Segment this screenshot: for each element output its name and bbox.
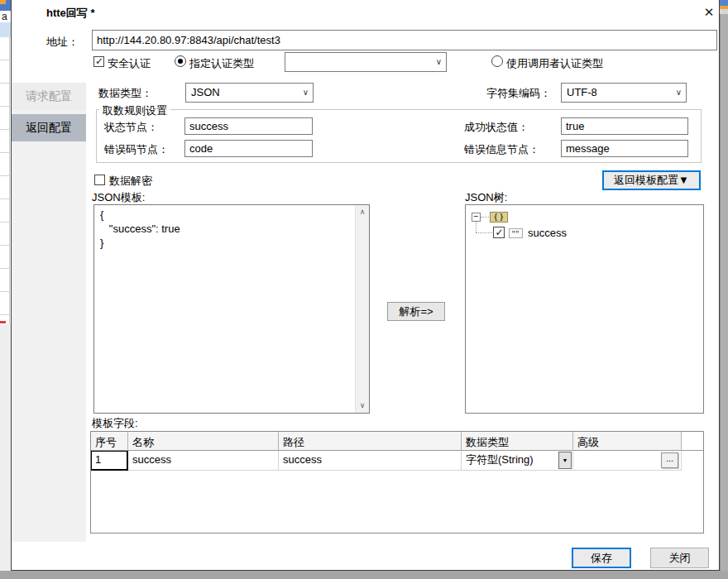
backdrop-text-row: a — [0, 11, 11, 22]
column-header-filler — [682, 432, 703, 451]
json-template-content[interactable]: { "success": true } — [94, 205, 355, 413]
template-fields-label: 模板字段: — [92, 416, 138, 431]
tree-connector — [476, 232, 492, 233]
close-button[interactable]: ✕ — [697, 2, 721, 23]
scroll-down-icon[interactable]: ∨ — [356, 399, 369, 413]
specify-auth-radio[interactable] — [175, 55, 186, 67]
ellipsis-icon: ... — [666, 456, 673, 461]
backdrop-bottom — [0, 571, 728, 579]
sidebar-item-request-config[interactable]: 请求配置 — [12, 83, 86, 110]
column-header-no[interactable]: 序号 — [91, 432, 128, 451]
tree-collapse-icon: − — [472, 213, 480, 220]
tree-node-checkbox[interactable]: ✓ — [493, 227, 505, 238]
save-button-label: 保存 — [591, 551, 612, 566]
secure-auth-label: 安全认证 — [108, 56, 151, 71]
json-tree-panel[interactable]: − { } ✓ "" success — [465, 204, 704, 414]
table-header-row: 序号 名称 路径 数据类型 高级 — [91, 432, 703, 451]
backdrop-gray-area — [0, 324, 11, 571]
chevron-down-icon: ∨ — [676, 84, 682, 101]
close-icon: ✕ — [704, 5, 715, 20]
charset-value: UTF-8 — [567, 84, 597, 101]
status-node-label: 状态节点： — [104, 120, 158, 135]
charset-label: 字符集编码： — [486, 86, 551, 101]
tree-connector — [481, 217, 489, 218]
checkmark-icon: ✓ — [494, 227, 505, 238]
caller-auth-label: 使用调用者认证类型 — [506, 56, 603, 71]
json-template-scrollbar[interactable]: ∧ ∨ — [355, 205, 369, 413]
sidebar-item-label: 请求配置 — [26, 89, 72, 104]
dropdown-arrow-icon: ▼ — [563, 452, 568, 470]
error-code-node-label: 错误码节点： — [104, 142, 169, 157]
address-input[interactable] — [92, 30, 717, 50]
caller-auth-radio[interactable] — [491, 55, 503, 67]
backdrop-blue-bar — [0, 4, 11, 11]
json-template-label: JSON模板: — [92, 190, 145, 205]
auth-type-select[interactable]: ∨ — [285, 52, 447, 72]
backdrop-right-silver — [720, 14, 728, 579]
charset-select[interactable]: UTF-8 ∨ — [561, 83, 687, 103]
cell-path[interactable]: success — [279, 451, 462, 471]
error-msg-node-label: 错误信息节点： — [464, 142, 539, 157]
string-type-icon: "" — [509, 228, 523, 238]
cell-datatype[interactable]: 字符型(String) ▼ — [462, 451, 573, 471]
backdrop-grid-vline — [9, 37, 10, 324]
column-header-advanced[interactable]: 高级 — [573, 432, 682, 451]
cell-datatype-value: 字符型(String) — [466, 453, 534, 466]
template-config-button-label: 返回模板配置▼ — [614, 173, 689, 188]
cell-name[interactable]: success — [128, 451, 279, 471]
cell-filler — [682, 451, 703, 471]
dialog-title: htte回写 * — [46, 6, 95, 21]
backdrop-text: a — [2, 11, 7, 22]
success-value-input[interactable] — [561, 117, 688, 135]
chevron-down-icon: ∨ — [436, 53, 442, 70]
advanced-ellipsis-button[interactable]: ... — [661, 452, 678, 468]
backdrop-left: a — [0, 0, 11, 579]
save-button[interactable]: 保存 — [572, 548, 631, 568]
error-msg-node-input[interactable] — [561, 140, 688, 157]
sidebar: 请求配置 返回配置 — [12, 83, 86, 542]
status-node-input[interactable] — [184, 117, 313, 135]
field-type-dropdown-button[interactable]: ▼ — [558, 452, 572, 469]
cell-advanced[interactable]: ... — [573, 451, 682, 471]
rules-group-title: 取数规则设置 — [99, 103, 170, 118]
dialog-close-button[interactable]: 关闭 — [650, 548, 709, 568]
address-label: 地址： — [46, 35, 79, 50]
error-code-node-input[interactable] — [184, 140, 313, 157]
specify-auth-label: 指定认证类型 — [189, 56, 254, 71]
decrypt-label: 数据解密 — [109, 174, 152, 189]
object-braces-glyph: { } — [494, 213, 503, 221]
tree-node-label[interactable]: success — [528, 227, 567, 239]
column-header-name[interactable]: 名称 — [128, 432, 279, 451]
parse-button-label: 解析=> — [399, 304, 433, 319]
data-type-select[interactable]: JSON ∨ — [185, 83, 314, 103]
column-header-path[interactable]: 路径 — [279, 432, 462, 451]
dialog: htte回写 * ✕ 地址： ✓ 安全认证 指定认证类型 ∨ 使用调用者认证类型… — [11, 0, 720, 571]
json-object-icon: { } — [490, 212, 508, 223]
column-header-datatype[interactable]: 数据类型 — [462, 432, 573, 451]
backdrop-selected-row — [0, 22, 11, 37]
sidebar-item-response-config[interactable]: 返回配置 — [12, 114, 86, 141]
close-button-label: 关闭 — [669, 551, 691, 566]
radio-dot — [178, 59, 183, 64]
json-template-editor[interactable]: { "success": true } ∧ ∨ — [93, 204, 370, 414]
scroll-up-icon[interactable]: ∧ — [356, 205, 369, 219]
template-config-button[interactable]: 返回模板配置▼ — [602, 170, 701, 190]
backdrop-right — [720, 0, 728, 579]
sidebar-item-label: 返回配置 — [26, 121, 72, 136]
data-type-value: JSON — [191, 84, 220, 101]
table-row: 1 success success 字符型(String) ▼ ... — [91, 451, 703, 471]
cell-no[interactable]: 1 — [91, 451, 128, 471]
tree-expander[interactable]: − — [472, 213, 481, 222]
secure-auth-checkbox[interactable]: ✓ — [93, 56, 104, 67]
json-tree-label: JSON树: — [465, 190, 507, 205]
string-quotes-glyph: "" — [512, 230, 520, 239]
template-fields-table: 序号 名称 路径 数据类型 高级 1 success success 字符型(S… — [90, 431, 704, 534]
backdrop-red-mark — [0, 321, 6, 323]
parse-button[interactable]: 解析=> — [387, 302, 445, 321]
data-type-label: 数据类型： — [98, 86, 152, 101]
decrypt-checkbox[interactable] — [94, 175, 105, 185]
chevron-down-icon: ∨ — [303, 84, 309, 101]
backdrop-grid — [0, 37, 9, 324]
checkmark-icon: ✓ — [94, 55, 104, 67]
tree-connector — [476, 222, 477, 232]
